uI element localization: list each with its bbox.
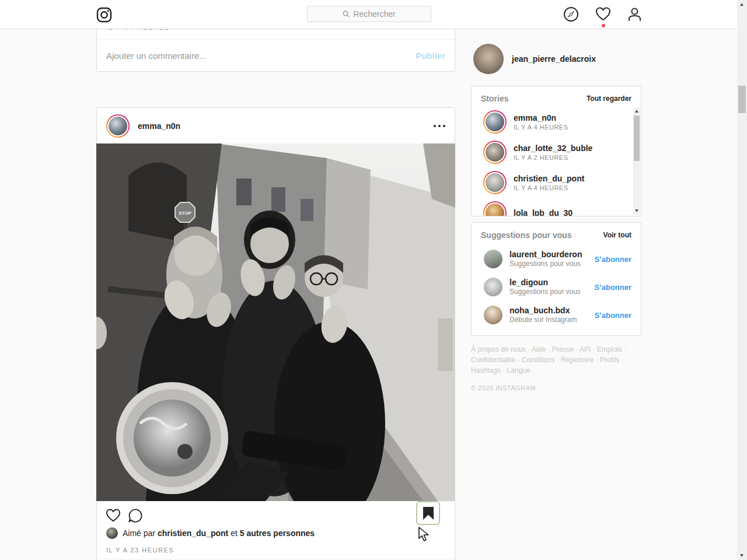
suggestion-item: le_digoun Suggestions pour vous bbox=[484, 278, 581, 296]
stories-card: Stories Tout regarder emma_n0n IL Y A 4 … bbox=[471, 86, 641, 216]
like-icon[interactable] bbox=[106, 508, 121, 523]
story-item[interactable]: lola_lpb_du_30 bbox=[483, 201, 573, 216]
notification-dot bbox=[602, 24, 605, 27]
liked-by-text: Aimé par christien_du_pont et 5 autres p… bbox=[123, 528, 315, 538]
story-item[interactable]: christien_du_pont IL Y A 4 HEURES bbox=[483, 171, 584, 194]
follow-button[interactable]: S’abonner bbox=[594, 283, 631, 292]
publish-button[interactable]: Publier bbox=[416, 51, 445, 61]
story-item[interactable]: emma_n0n IL Y A 4 HEURES bbox=[483, 110, 568, 134]
search-placeholder: Rechercher bbox=[353, 9, 395, 19]
scroll-down-arrow[interactable] bbox=[740, 554, 743, 557]
post-avatar-ring[interactable] bbox=[106, 114, 130, 138]
profile-icon[interactable] bbox=[627, 6, 643, 22]
suggestion-avatar[interactable] bbox=[484, 306, 502, 324]
profile-avatar[interactable] bbox=[473, 44, 504, 74]
scroll-up-arrow[interactable] bbox=[740, 3, 743, 6]
post-card: emma_n0n bbox=[96, 107, 455, 560]
search-input[interactable]: Rechercher bbox=[307, 6, 431, 22]
liked-by-row: Aimé par christien_du_pont et 5 autres p… bbox=[106, 527, 315, 539]
post-header: emma_n0n bbox=[97, 108, 455, 144]
follow-button[interactable]: S’abonner bbox=[594, 255, 631, 264]
post-username[interactable]: emma_n0n bbox=[138, 121, 180, 131]
footer-links: À propos de nous · Aide · Presse · API ·… bbox=[471, 344, 639, 376]
add-comment-row: Ajouter un commentaire... Publier bbox=[97, 40, 455, 72]
suggestion-avatar[interactable] bbox=[484, 250, 502, 268]
suggestions-card: Suggestions pour vous Voir tout laurent_… bbox=[471, 222, 641, 336]
divider bbox=[97, 559, 455, 559]
story-avatar bbox=[486, 143, 504, 162]
post-avatar bbox=[109, 117, 127, 135]
stories-scrollbar[interactable] bbox=[633, 107, 640, 215]
post-photo[interactable]: STOP bbox=[96, 144, 455, 501]
liker-avatar[interactable] bbox=[106, 527, 118, 539]
bookmark-icon bbox=[423, 506, 434, 520]
scrollbar-thumb[interactable] bbox=[634, 116, 640, 161]
story-avatar bbox=[486, 204, 504, 216]
story-avatar bbox=[486, 173, 504, 192]
post-options-icon[interactable] bbox=[434, 125, 445, 127]
other-likers[interactable]: 5 autres personnes bbox=[240, 528, 315, 538]
search-icon bbox=[343, 10, 350, 18]
suggestion-avatar[interactable] bbox=[484, 278, 502, 296]
copyright: © 2020 INSTAGRAM bbox=[471, 384, 536, 391]
scroll-up-arrow[interactable] bbox=[635, 110, 638, 113]
activity-heart-icon[interactable] bbox=[595, 6, 611, 22]
scrollbar-thumb[interactable] bbox=[738, 86, 746, 113]
liker-username[interactable]: christien_du_pont bbox=[158, 528, 228, 538]
follow-button[interactable]: S’abonner bbox=[594, 311, 631, 320]
profile-row: jean_pierre_delacroix bbox=[473, 44, 596, 74]
top-navbar: Rechercher bbox=[0, 0, 737, 29]
suggestion-item: laurent_bourderon Suggestions pour vous bbox=[484, 250, 582, 268]
scroll-down-arrow[interactable] bbox=[635, 209, 638, 212]
svg-text:STOP: STOP bbox=[179, 211, 191, 216]
instagram-logo-icon[interactable] bbox=[96, 7, 112, 23]
save-bookmark-button[interactable] bbox=[416, 501, 440, 525]
story-item[interactable]: char_lotte_32_buble IL Y A 2 HEURES bbox=[483, 141, 592, 164]
post-timestamp: IL Y A 23 HEURES bbox=[106, 547, 174, 554]
explore-icon[interactable] bbox=[563, 6, 579, 22]
profile-username[interactable]: jean_pierre_delacroix bbox=[512, 54, 596, 64]
suggestion-item: noha_buch.bdx Débute sur Instagram bbox=[484, 306, 577, 324]
comment-input[interactable]: Ajouter un commentaire... bbox=[106, 51, 416, 61]
page-scrollbar[interactable] bbox=[737, 0, 747, 560]
suggestions-title: Suggestions pour vous bbox=[481, 230, 572, 240]
stories-title: Stories bbox=[481, 94, 508, 103]
see-all-link[interactable]: Voir tout bbox=[603, 231, 631, 239]
story-avatar bbox=[486, 113, 504, 131]
watch-all-link[interactable]: Tout regarder bbox=[587, 94, 631, 103]
comment-icon[interactable] bbox=[128, 508, 143, 523]
